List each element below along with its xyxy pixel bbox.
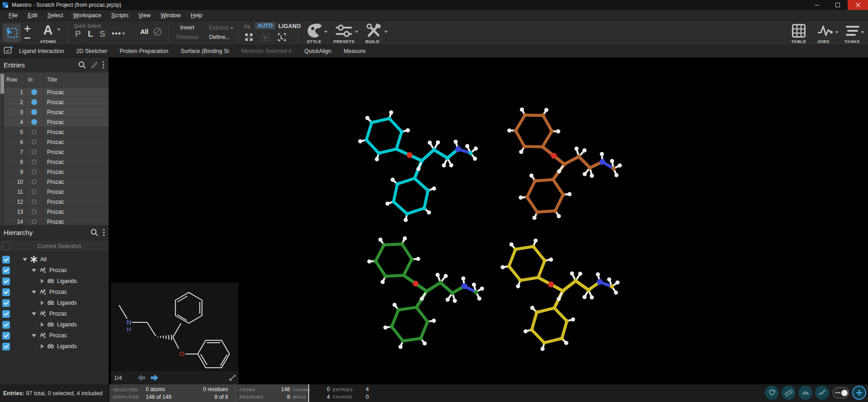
inclusion-toggle[interactable] (25, 217, 43, 225)
expand-right-icon[interactable] (41, 344, 44, 349)
fit-ligand-view-button[interactable] (278, 33, 286, 41)
table-row[interactable]: 8Prozac (0, 157, 109, 167)
select-tool-button[interactable] (3, 24, 21, 42)
favorite-measure[interactable]: Measure (343, 48, 366, 54)
scrollbar-thumb[interactable] (0, 74, 4, 94)
inclusion-toggle[interactable] (25, 127, 43, 137)
table-row[interactable]: 9Prozac (0, 167, 109, 177)
subtract-selection-button[interactable] (23, 35, 32, 41)
table-button[interactable] (791, 23, 806, 38)
table-row[interactable]: 14Prozac (0, 217, 109, 225)
fit-all-button[interactable] (245, 33, 253, 41)
close-button[interactable] (848, 0, 868, 10)
chevron-down-icon[interactable] (384, 31, 388, 33)
maximize-button[interactable] (827, 0, 848, 10)
presets-button[interactable] (335, 23, 353, 39)
entries-annotate-button[interactable] (91, 62, 98, 69)
favorite-surface-binding-si[interactable]: Surface (Binding Si (181, 48, 229, 54)
table-row[interactable]: 5Prozac (0, 127, 109, 137)
build-button[interactable] (365, 23, 383, 39)
hierarchy-row-prozac[interactable]: Prozac (0, 308, 109, 319)
expand-right-icon[interactable] (41, 322, 44, 327)
menu-help[interactable]: Help (186, 11, 207, 20)
entries-search-button[interactable] (78, 61, 86, 69)
table-row[interactable]: 4Prozac (0, 117, 109, 127)
current-selection-row[interactable]: Current Selection (0, 240, 109, 252)
hierarchy-search-button[interactable] (91, 229, 98, 236)
inclusion-toggle[interactable] (25, 157, 43, 167)
visibility-checkbox[interactable] (2, 267, 10, 274)
menu-view[interactable]: View (134, 11, 156, 20)
visibility-checkbox[interactable] (2, 310, 10, 318)
chevron-down-icon[interactable] (861, 31, 864, 34)
chevron-down-icon[interactable] (324, 31, 328, 33)
column-title[interactable]: Title (43, 72, 109, 87)
expand-down-icon[interactable] (32, 334, 36, 337)
favorite-protein-preparation[interactable]: Protein Preparation (119, 48, 168, 54)
minimize-button[interactable] (807, 0, 827, 10)
quick-select-solvent-button[interactable]: S (100, 29, 105, 39)
hierarchy-row-prozac[interactable]: Prozac (0, 287, 109, 297)
visibility-checkbox[interactable] (2, 288, 10, 296)
visibility-checkbox[interactable] (2, 299, 10, 307)
menu-file[interactable]: File (4, 11, 23, 20)
expand-down-icon[interactable] (32, 312, 36, 316)
expand-right-icon[interactable] (41, 301, 44, 305)
favorite-ligand-interaction[interactable]: Ligand Interaction (19, 48, 64, 54)
hierarchy-menu-button[interactable] (103, 229, 105, 236)
favorite-minimize-selected-a[interactable]: Minimize Selected A (241, 48, 292, 54)
next-structure-button[interactable] (150, 374, 158, 381)
add-selection-button[interactable] (23, 24, 32, 33)
menu-select[interactable]: Select (43, 11, 68, 20)
menu-edit[interactable]: Edit (23, 11, 43, 20)
table-row[interactable]: 7Prozac (0, 147, 109, 157)
visibility-checkbox[interactable] (2, 256, 10, 263)
select-all-button[interactable]: All (140, 28, 148, 35)
menu-window[interactable]: Window (156, 11, 186, 20)
inclusion-toggle[interactable] (25, 207, 43, 216)
style-button[interactable] (306, 23, 323, 39)
quick-select-protein-button[interactable]: P (75, 29, 81, 39)
inclusion-toggle[interactable] (25, 117, 43, 127)
menu-workspace[interactable]: Workspace (68, 11, 106, 20)
add-to-workspace-button[interactable] (852, 386, 866, 400)
favorites-panel-button[interactable] (4, 46, 13, 56)
chevron-down-icon[interactable] (57, 29, 61, 31)
expand-right-icon[interactable] (41, 279, 44, 283)
visibility-checkbox[interactable] (2, 343, 10, 350)
visibility-checkbox[interactable] (2, 321, 10, 329)
expand-down-icon[interactable] (32, 291, 36, 294)
hierarchy-row-ligands[interactable]: Ligands (0, 319, 109, 330)
hierarchy-row-prozac[interactable]: Prozac (0, 330, 109, 341)
hierarchy-row-ligands[interactable]: Ligands (0, 276, 109, 287)
inclusion-toggle[interactable] (25, 177, 43, 187)
measure-button[interactable] (782, 386, 796, 400)
workspace-3d-viewport[interactable]: N H O 1/4 (109, 57, 868, 384)
inclusion-toggle[interactable] (25, 187, 43, 196)
define-button[interactable]: Define... (209, 34, 230, 40)
chevron-down-icon[interactable] (835, 31, 839, 34)
inclusion-toggle[interactable] (25, 107, 43, 117)
expand-down-icon[interactable] (23, 258, 27, 261)
panel-resize-handle[interactable] (229, 374, 236, 381)
visibility-checkbox[interactable] (2, 332, 10, 340)
favorite-2d-sketcher[interactable]: 2D Sketcher (76, 48, 107, 54)
fit-auto-button[interactable]: AUTO (255, 22, 276, 29)
inclusion-toggle[interactable] (25, 97, 43, 107)
inclusion-toggle[interactable] (25, 147, 43, 157)
expand-down-icon[interactable] (32, 269, 36, 272)
column-in[interactable]: In (25, 72, 43, 87)
hierarchy-row-prozac[interactable]: Prozac (0, 265, 109, 276)
menu-scripts[interactable]: Scripts (106, 11, 134, 20)
chevron-down-icon[interactable] (355, 31, 358, 33)
select-atoms-button[interactable]: A (40, 22, 56, 38)
fit-selection-button[interactable] (262, 33, 270, 41)
inclusion-toggle[interactable] (25, 167, 43, 177)
hierarchy-row-ligands[interactable]: Ligands (0, 297, 109, 308)
invert-button[interactable]: Invert (180, 24, 194, 31)
inclusion-toggle[interactable] (25, 197, 43, 206)
tasks-button[interactable] (845, 24, 860, 38)
table-row[interactable]: 2Prozac (0, 97, 109, 107)
table-row[interactable]: 12Prozac (0, 197, 109, 207)
hierarchy-row-ligands[interactable]: Ligands (0, 341, 109, 352)
